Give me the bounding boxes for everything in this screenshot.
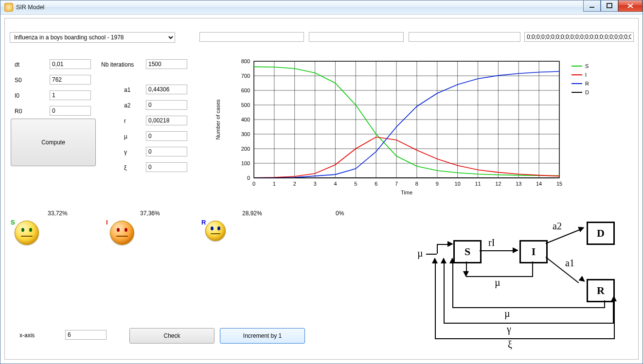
top-field-3[interactable] — [409, 32, 520, 42]
window-title: SIR Model — [16, 4, 44, 11]
svg-text:8: 8 — [415, 181, 418, 187]
s-face-icon: S — [15, 221, 39, 245]
client-area: Influenza in a boys boarding school - 19… — [4, 18, 639, 360]
xaxis-label: x-axis — [19, 332, 35, 339]
top-field-4[interactable] — [524, 32, 634, 42]
s0-label: S0 — [15, 77, 22, 84]
r-percent: 28,92% — [242, 210, 262, 217]
svg-text:4: 4 — [334, 181, 337, 187]
nbiter-input[interactable] — [146, 59, 187, 69]
titlebar: SIR Model — [0, 0, 643, 15]
svg-text:0: 0 — [247, 175, 250, 181]
r-face-icon: R — [205, 221, 226, 241]
svg-text:0: 0 — [252, 181, 255, 187]
dt-label: dt — [15, 61, 19, 68]
i0-label: I0 — [15, 92, 19, 99]
sir-chart: 0123456789101112131415010020030040050060… — [209, 56, 613, 202]
scenario-select[interactable]: Influenza in a boys boarding school - 19… — [10, 32, 175, 43]
i0-input[interactable] — [50, 90, 91, 100]
svg-text:D: D — [585, 89, 589, 95]
svg-text:500: 500 — [241, 102, 250, 108]
window-buttons — [583, 0, 643, 11]
diagram-node-d: D — [587, 222, 615, 245]
svg-text:600: 600 — [241, 87, 250, 93]
i-percent: 37,36% — [140, 210, 160, 217]
nbiter-label: Nb iterations — [101, 61, 134, 68]
diagram-node-s: S — [453, 240, 482, 263]
maximize-button[interactable] — [601, 0, 618, 12]
increment-button[interactable]: Increment by 1 — [220, 328, 305, 344]
check-button[interactable]: Check — [129, 328, 214, 344]
top-field-1[interactable] — [199, 32, 304, 42]
a1-input[interactable] — [146, 85, 187, 94]
app-icon — [4, 3, 13, 12]
d-percent: 0% — [336, 210, 344, 217]
svg-text:11: 11 — [475, 181, 481, 187]
top-field-2[interactable] — [309, 32, 404, 42]
r-input[interactable] — [146, 116, 187, 125]
sir-diagram: µ S rI I a2 D a1 R — [410, 219, 634, 349]
minimize-button[interactable] — [583, 0, 601, 12]
svg-text:3: 3 — [314, 181, 317, 187]
r-label: r — [124, 118, 126, 124]
close-button[interactable] — [618, 0, 643, 12]
svg-text:7: 7 — [395, 181, 398, 187]
gamma-label: γ — [124, 149, 127, 156]
a2-label: a2 — [124, 102, 130, 109]
svg-text:300: 300 — [241, 131, 250, 137]
svg-text:10: 10 — [455, 181, 461, 187]
svg-text:6: 6 — [375, 181, 377, 187]
svg-text:400: 400 — [241, 117, 250, 122]
svg-text:2: 2 — [293, 181, 296, 187]
svg-text:700: 700 — [241, 73, 250, 79]
svg-rect-1 — [607, 3, 612, 8]
svg-text:12: 12 — [495, 181, 501, 187]
a1-label: a1 — [124, 87, 130, 93]
r0-input[interactable] — [50, 106, 91, 116]
app-window: SIR Model Influenza in a boys boarding s… — [0, 0, 643, 364]
svg-text:Number of cases: Number of cases — [215, 99, 221, 140]
svg-text:I: I — [585, 72, 587, 78]
svg-text:1: 1 — [273, 181, 276, 187]
svg-text:100: 100 — [241, 160, 250, 166]
xi-label: ξ — [124, 164, 126, 171]
svg-text:14: 14 — [536, 181, 542, 187]
svg-rect-0 — [589, 7, 594, 8]
svg-text:200: 200 — [241, 146, 250, 152]
gamma-input[interactable] — [146, 147, 187, 156]
svg-text:S: S — [585, 63, 589, 69]
diagram-node-i: I — [519, 240, 548, 263]
mu-input[interactable] — [146, 131, 187, 141]
i-face-icon: I — [110, 221, 134, 245]
r0-label: R0 — [15, 108, 22, 115]
mu-label: µ — [124, 133, 127, 140]
svg-text:13: 13 — [516, 181, 521, 187]
a2-input[interactable] — [146, 100, 187, 110]
svg-text:5: 5 — [354, 181, 357, 187]
xaxis-input[interactable] — [65, 330, 107, 340]
xi-input[interactable] — [146, 162, 187, 172]
compute-button[interactable]: Compute — [11, 119, 96, 166]
svg-text:15: 15 — [556, 181, 562, 187]
svg-text:R: R — [585, 81, 589, 87]
svg-text:800: 800 — [241, 58, 250, 64]
svg-text:9: 9 — [436, 181, 439, 187]
s0-input[interactable] — [50, 75, 91, 85]
s-percent: 33,72% — [48, 210, 68, 217]
svg-text:Time: Time — [401, 190, 412, 195]
dt-input[interactable] — [50, 59, 91, 69]
